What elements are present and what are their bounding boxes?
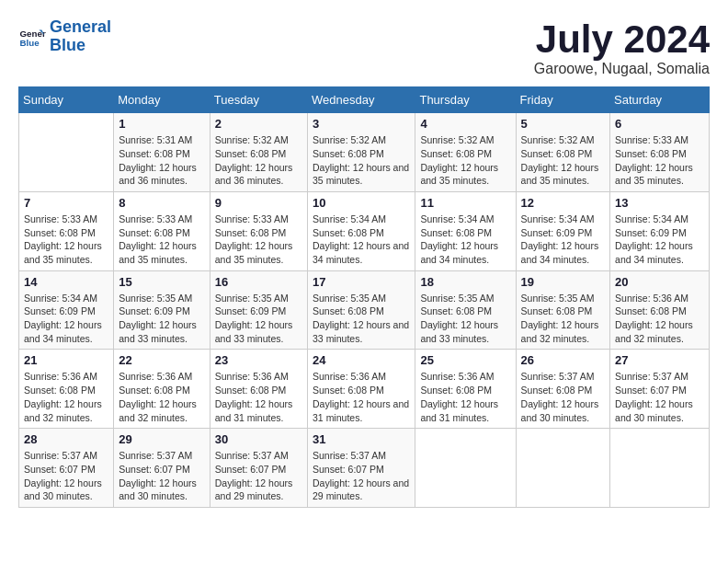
day-number: 13 bbox=[615, 196, 704, 210]
day-number: 24 bbox=[313, 353, 410, 367]
day-info: Sunrise: 5:36 AMSunset: 6:08 PMDaylight:… bbox=[313, 370, 410, 424]
calendar-cell bbox=[516, 429, 610, 508]
week-row-3: 14Sunrise: 5:34 AMSunset: 6:09 PMDayligh… bbox=[19, 270, 710, 350]
week-row-5: 28Sunrise: 5:37 AMSunset: 6:07 PMDayligh… bbox=[19, 429, 710, 508]
day-number: 7 bbox=[24, 196, 108, 210]
day-number: 19 bbox=[521, 275, 606, 289]
logo-line1: General bbox=[50, 18, 111, 37]
svg-text:Blue: Blue bbox=[20, 38, 40, 48]
calendar-cell: 10Sunrise: 5:34 AMSunset: 6:08 PMDayligh… bbox=[308, 191, 415, 270]
day-info: Sunrise: 5:37 AMSunset: 6:07 PMDaylight:… bbox=[24, 449, 108, 503]
day-number: 23 bbox=[215, 353, 302, 367]
calendar-cell: 5Sunrise: 5:32 AMSunset: 6:08 PMDaylight… bbox=[516, 113, 610, 192]
day-info: Sunrise: 5:34 AMSunset: 6:09 PMDaylight:… bbox=[521, 213, 606, 267]
calendar-cell: 20Sunrise: 5:36 AMSunset: 6:08 PMDayligh… bbox=[610, 270, 710, 350]
day-number: 14 bbox=[24, 275, 108, 289]
day-number: 26 bbox=[521, 353, 606, 367]
day-info: Sunrise: 5:31 AMSunset: 6:08 PMDaylight:… bbox=[119, 133, 204, 188]
day-info: Sunrise: 5:36 AMSunset: 6:08 PMDaylight:… bbox=[215, 370, 302, 424]
logo-icon: General Blue bbox=[18, 23, 46, 51]
day-info: Sunrise: 5:34 AMSunset: 6:08 PMDaylight:… bbox=[313, 213, 410, 267]
day-number: 12 bbox=[521, 196, 606, 210]
calendar-table: SundayMondayTuesdayWednesdayThursdayFrid… bbox=[18, 86, 710, 508]
calendar-cell: 11Sunrise: 5:34 AMSunset: 6:08 PMDayligh… bbox=[415, 191, 516, 270]
calendar-cell: 4Sunrise: 5:32 AMSunset: 6:08 PMDaylight… bbox=[415, 113, 516, 192]
day-info: Sunrise: 5:36 AMSunset: 6:08 PMDaylight:… bbox=[24, 370, 108, 424]
week-row-1: 1Sunrise: 5:31 AMSunset: 6:08 PMDaylight… bbox=[19, 113, 710, 192]
calendar-cell: 15Sunrise: 5:35 AMSunset: 6:09 PMDayligh… bbox=[114, 270, 210, 350]
calendar-cell: 31Sunrise: 5:37 AMSunset: 6:07 PMDayligh… bbox=[308, 429, 415, 508]
day-number: 11 bbox=[420, 196, 510, 210]
calendar-header-row: SundayMondayTuesdayWednesdayThursdayFrid… bbox=[19, 87, 710, 113]
day-info: Sunrise: 5:33 AMSunset: 6:08 PMDaylight:… bbox=[24, 213, 108, 267]
header-day-thursday: Thursday bbox=[415, 87, 516, 113]
calendar-cell bbox=[415, 429, 516, 508]
calendar-cell: 26Sunrise: 5:37 AMSunset: 6:08 PMDayligh… bbox=[516, 350, 610, 429]
day-info: Sunrise: 5:33 AMSunset: 6:08 PMDaylight:… bbox=[215, 213, 302, 267]
day-info: Sunrise: 5:34 AMSunset: 6:08 PMDaylight:… bbox=[420, 213, 510, 267]
calendar-cell bbox=[19, 113, 114, 192]
day-info: Sunrise: 5:34 AMSunset: 6:09 PMDaylight:… bbox=[615, 213, 704, 267]
day-info: Sunrise: 5:37 AMSunset: 6:07 PMDaylight:… bbox=[615, 370, 704, 424]
calendar-cell: 16Sunrise: 5:35 AMSunset: 6:09 PMDayligh… bbox=[210, 270, 307, 350]
day-info: Sunrise: 5:36 AMSunset: 6:08 PMDaylight:… bbox=[119, 370, 204, 424]
calendar-cell: 14Sunrise: 5:34 AMSunset: 6:09 PMDayligh… bbox=[19, 270, 114, 350]
day-number: 27 bbox=[615, 353, 704, 367]
calendar-cell: 19Sunrise: 5:35 AMSunset: 6:08 PMDayligh… bbox=[516, 270, 610, 350]
day-number: 3 bbox=[313, 117, 410, 131]
day-number: 20 bbox=[615, 275, 704, 289]
day-number: 10 bbox=[313, 196, 410, 210]
day-info: Sunrise: 5:37 AMSunset: 6:07 PMDaylight:… bbox=[119, 449, 204, 503]
day-number: 31 bbox=[313, 432, 410, 446]
day-number: 5 bbox=[521, 117, 606, 131]
day-number: 8 bbox=[119, 196, 204, 210]
day-number: 2 bbox=[215, 117, 302, 131]
day-number: 6 bbox=[615, 117, 704, 131]
day-number: 9 bbox=[215, 196, 302, 210]
calendar-cell: 18Sunrise: 5:35 AMSunset: 6:08 PMDayligh… bbox=[415, 270, 516, 350]
calendar-cell: 9Sunrise: 5:33 AMSunset: 6:08 PMDaylight… bbox=[210, 191, 307, 270]
week-row-4: 21Sunrise: 5:36 AMSunset: 6:08 PMDayligh… bbox=[19, 350, 710, 429]
location-subtitle: Garoowe, Nugaal, Somalia bbox=[534, 61, 710, 77]
calendar-cell: 23Sunrise: 5:36 AMSunset: 6:08 PMDayligh… bbox=[210, 350, 307, 429]
calendar-cell: 3Sunrise: 5:32 AMSunset: 6:08 PMDaylight… bbox=[308, 113, 415, 192]
calendar-cell: 21Sunrise: 5:36 AMSunset: 6:08 PMDayligh… bbox=[19, 350, 114, 429]
header-day-wednesday: Wednesday bbox=[308, 87, 415, 113]
day-info: Sunrise: 5:32 AMSunset: 6:08 PMDaylight:… bbox=[420, 133, 510, 188]
calendar-cell: 2Sunrise: 5:32 AMSunset: 6:08 PMDaylight… bbox=[210, 113, 307, 192]
day-number: 28 bbox=[24, 432, 108, 446]
header-day-monday: Monday bbox=[114, 87, 210, 113]
day-info: Sunrise: 5:37 AMSunset: 6:07 PMDaylight:… bbox=[215, 449, 302, 503]
day-info: Sunrise: 5:36 AMSunset: 6:08 PMDaylight:… bbox=[615, 292, 704, 346]
calendar-cell: 22Sunrise: 5:36 AMSunset: 6:08 PMDayligh… bbox=[114, 350, 210, 429]
day-info: Sunrise: 5:35 AMSunset: 6:08 PMDaylight:… bbox=[420, 292, 510, 346]
calendar-cell: 1Sunrise: 5:31 AMSunset: 6:08 PMDaylight… bbox=[114, 113, 210, 192]
calendar-cell: 27Sunrise: 5:37 AMSunset: 6:07 PMDayligh… bbox=[610, 350, 710, 429]
day-info: Sunrise: 5:36 AMSunset: 6:08 PMDaylight:… bbox=[420, 370, 510, 424]
calendar-cell: 8Sunrise: 5:33 AMSunset: 6:08 PMDaylight… bbox=[114, 191, 210, 270]
header-day-tuesday: Tuesday bbox=[210, 87, 307, 113]
day-info: Sunrise: 5:32 AMSunset: 6:08 PMDaylight:… bbox=[215, 133, 302, 188]
page-header: General Blue General Blue July 2024 Garo… bbox=[18, 18, 710, 77]
day-info: Sunrise: 5:35 AMSunset: 6:08 PMDaylight:… bbox=[313, 292, 410, 346]
calendar-cell: 28Sunrise: 5:37 AMSunset: 6:07 PMDayligh… bbox=[19, 429, 114, 508]
day-number: 29 bbox=[119, 432, 204, 446]
day-number: 17 bbox=[313, 275, 410, 289]
header-day-friday: Friday bbox=[516, 87, 610, 113]
calendar-cell: 12Sunrise: 5:34 AMSunset: 6:09 PMDayligh… bbox=[516, 191, 610, 270]
calendar-cell: 30Sunrise: 5:37 AMSunset: 6:07 PMDayligh… bbox=[210, 429, 307, 508]
day-info: Sunrise: 5:34 AMSunset: 6:09 PMDaylight:… bbox=[24, 292, 108, 346]
calendar-cell: 29Sunrise: 5:37 AMSunset: 6:07 PMDayligh… bbox=[114, 429, 210, 508]
day-number: 18 bbox=[420, 275, 510, 289]
day-number: 15 bbox=[119, 275, 204, 289]
calendar-cell: 6Sunrise: 5:33 AMSunset: 6:08 PMDaylight… bbox=[610, 113, 710, 192]
header-day-sunday: Sunday bbox=[19, 87, 114, 113]
day-number: 16 bbox=[215, 275, 302, 289]
logo-line2: Blue bbox=[50, 37, 111, 55]
day-info: Sunrise: 5:33 AMSunset: 6:08 PMDaylight:… bbox=[119, 213, 204, 267]
calendar-cell: 7Sunrise: 5:33 AMSunset: 6:08 PMDaylight… bbox=[19, 191, 114, 270]
calendar-cell: 24Sunrise: 5:36 AMSunset: 6:08 PMDayligh… bbox=[308, 350, 415, 429]
calendar-cell: 25Sunrise: 5:36 AMSunset: 6:08 PMDayligh… bbox=[415, 350, 516, 429]
day-number: 25 bbox=[420, 353, 510, 367]
day-number: 4 bbox=[420, 117, 510, 131]
